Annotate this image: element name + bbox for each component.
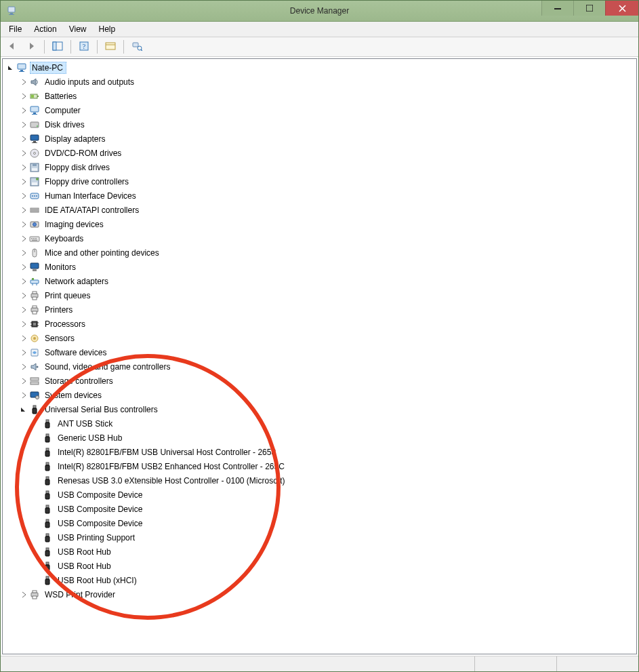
tree-item-label: Batteries [43,90,80,102]
svg-rect-93 [45,479,49,485]
svg-rect-105 [45,565,49,570]
svg-rect-8 [53,42,56,50]
tree-item[interactable]: Monitors [18,260,636,274]
menu-help[interactable]: Help [94,23,121,35]
tree-item[interactable]: ANT USB Stick [31,416,636,431]
tree-item[interactable]: Nate-PC [5,60,636,75]
tree-item[interactable]: IDE ATA/ATAPI controllers [18,203,636,217]
tree-item[interactable]: Mice and other pointing devices [18,245,636,260]
expand-icon[interactable] [18,333,29,344]
toolbar-separator [70,40,71,54]
svg-rect-90 [46,462,49,465]
maximize-button[interactable] [573,1,605,16]
usb-icon [42,532,53,543]
tree-item[interactable]: Sensors [18,331,636,345]
expand-icon[interactable] [18,219,29,230]
tree-item[interactable]: Processors [18,317,636,331]
tree-item[interactable]: USB Composite Device [31,516,636,530]
tree-item[interactable]: Keyboards [18,231,636,245]
expand-icon[interactable] [18,319,29,330]
tree-item[interactable]: Imaging devices [18,217,636,231]
tree-item-label: USB Composite Device [56,517,146,530]
expand-icon[interactable] [18,376,29,387]
tree-item[interactable]: Floppy drive controllers [18,174,636,189]
tree-item[interactable]: Intel(R) 82801FB/FBM USB2 Enhanced Host … [31,459,636,473]
collapse-icon[interactable] [18,404,29,415]
tree-item[interactable]: WSD Print Provider [18,587,636,601]
menu-file[interactable]: File [3,23,27,35]
tree-item[interactable]: Floppy disk drives [18,160,636,174]
expand-icon[interactable] [18,390,29,401]
titlebar[interactable]: Device Manager [1,1,638,22]
scan-hardware-button[interactable] [128,38,146,56]
help-button[interactable]: ? [75,38,93,56]
tree-item[interactable]: System devices [18,388,636,402]
tree-item[interactable]: Sound, video and game controllers [18,359,636,374]
svg-rect-83 [33,408,37,414]
tree-item[interactable]: USB Composite Device [31,502,636,516]
svg-rect-23 [30,106,39,112]
show-hide-tree-button[interactable] [49,38,66,56]
collapse-icon[interactable] [5,62,16,73]
tree-item-label: Audio inputs and outputs [43,76,138,88]
expand-icon[interactable] [18,276,29,287]
svg-rect-110 [33,596,37,599]
tree-item[interactable]: Disk drives [18,117,636,132]
expand-icon[interactable] [18,91,29,102]
tree-item[interactable]: USB Printing Support [31,530,636,545]
expand-icon[interactable] [18,119,29,130]
close-button[interactable] [605,1,638,16]
expand-icon[interactable] [18,262,29,273]
expand-icon[interactable] [18,347,29,358]
tree-item[interactable]: Network adapters [18,274,636,288]
svg-rect-65 [33,306,37,308]
expand-icon[interactable] [18,162,29,173]
tree-item[interactable]: Human Interface Devices [18,189,636,203]
svg-rect-85 [45,422,49,428]
tree-item[interactable]: Display adapters [18,132,636,146]
svg-rect-103 [45,551,49,556]
properties-button[interactable] [102,38,119,56]
expand-icon[interactable] [18,134,29,144]
usb-icon [42,518,53,529]
expand-icon[interactable] [18,176,29,187]
tree-item-label: Software devices [43,347,110,359]
tree-item[interactable]: Audio inputs and outputs [18,75,636,89]
tree-item[interactable]: Printers [18,302,636,317]
menu-view[interactable]: View [64,23,92,35]
tree-item[interactable]: Batteries [18,89,636,103]
expand-icon[interactable] [18,304,29,315]
expand-icon[interactable] [18,105,29,116]
tree-item[interactable]: DVD/CD-ROM drives [18,146,636,160]
expand-icon[interactable] [18,77,29,87]
tree-item[interactable]: Computer [18,103,636,117]
svg-rect-17 [18,64,26,69]
expand-icon[interactable] [18,361,29,372]
tree-item[interactable]: Renesas USB 3.0 eXtensible Host Controll… [31,473,636,488]
expand-icon[interactable] [18,205,29,216]
tree-item[interactable]: USB Root Hub [31,559,636,573]
expand-icon[interactable] [18,248,29,258]
back-button[interactable] [3,38,21,56]
device-tree[interactable]: Nate-PCAudio inputs and outputsBatteries… [2,58,637,654]
tree-item[interactable]: USB Root Hub [31,545,636,559]
tree-item[interactable]: Print queues [18,288,636,302]
menu-action[interactable]: Action [28,23,62,35]
expand-icon[interactable] [18,233,29,244]
tree-item[interactable]: Software devices [18,345,636,359]
minimize-button[interactable] [541,1,573,16]
tree-item[interactable]: Intel(R) 82801FB/FBM USB Universal Host … [31,445,636,459]
expand-icon[interactable] [18,148,29,159]
expand-icon[interactable] [18,290,29,301]
forward-button[interactable] [22,38,40,56]
svg-rect-106 [46,576,49,579]
tree-item[interactable]: USB Root Hub (xHCI) [31,573,636,587]
expand-icon[interactable] [18,191,29,201]
tree-item[interactable]: Generic USB Hub [31,431,636,445]
tree-item[interactable]: USB Composite Device [31,488,636,502]
expand-icon[interactable] [18,589,29,600]
tree-item[interactable]: Storage controllers [18,374,636,388]
tree-item[interactable]: Universal Serial Bus controllers [18,402,636,416]
svg-rect-19 [19,71,24,72]
help-icon: ? [79,41,89,53]
